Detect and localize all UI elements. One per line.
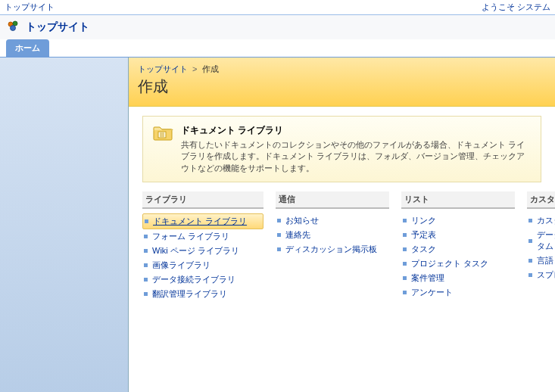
list-item[interactable]: 予定表: [401, 228, 515, 242]
bullet-icon: [403, 233, 407, 237]
link-calendar[interactable]: 予定表: [411, 229, 436, 241]
category-library: ライブラリ ドキュメント ライブラリ フォーム ライブラリ Wiki ページ ラ…: [142, 191, 263, 301]
bullet-icon: [403, 276, 407, 280]
list-item[interactable]: 翻訳管理ライブラリ: [142, 287, 263, 301]
category-list: リスト リンク 予定表 タスク プロジェクト タスク 案件管理 アンケート: [401, 191, 515, 301]
bullet-icon: [144, 292, 148, 296]
list-item[interactable]: カスタム: [527, 213, 555, 228]
site-title: トップサイト: [26, 20, 89, 34]
link-discussion-board[interactable]: ディスカッション掲示板: [285, 244, 377, 255]
welcome-text: ようこそ システム: [482, 2, 550, 13]
link-form-library[interactable]: フォーム ライブラリ: [152, 231, 229, 242]
bullet-icon: [403, 262, 407, 266]
category-communications-head: 通信: [276, 191, 389, 209]
link-wiki-page-library[interactable]: Wiki ページ ライブラリ: [152, 245, 239, 257]
category-communications: 通信 お知らせ 連絡先 ディスカッション掲示板: [276, 191, 389, 301]
infobox-body: 共有したいドキュメントのコレクションやその他のファイルがある場合、ドキュメント …: [181, 139, 532, 174]
link-tasks[interactable]: タスク: [411, 244, 436, 255]
bullet-icon: [528, 219, 532, 222]
category-custom-head: カスタム リ: [527, 191, 555, 209]
list-item[interactable]: お知らせ: [276, 213, 389, 228]
link-languages[interactable]: 言語と翻: [537, 255, 555, 266]
tab-home[interactable]: ホーム: [6, 39, 49, 57]
bullet-icon: [144, 235, 148, 238]
page-title: 作成: [138, 76, 546, 97]
top-site-link[interactable]: トップサイト: [5, 2, 55, 13]
list-item[interactable]: リンク: [401, 213, 515, 228]
folder-icon: [152, 135, 173, 144]
link-links[interactable]: リンク: [411, 215, 436, 226]
list-item[interactable]: Wiki ページ ライブラリ: [142, 244, 263, 258]
bullet-icon: [145, 219, 148, 223]
list-item[interactable]: スプレッド: [527, 268, 555, 282]
list-item[interactable]: ディスカッション掲示板: [276, 242, 389, 257]
svg-point-2: [11, 26, 16, 31]
category-list-head: リスト: [401, 191, 515, 209]
list-item[interactable]: 画像ライブラリ: [142, 258, 263, 272]
link-project-tasks[interactable]: プロジェクト タスク: [411, 258, 488, 269]
list-item[interactable]: 案件管理: [401, 271, 515, 285]
list-item[interactable]: プロジェクト タスク: [401, 257, 515, 271]
site-logo-icon: [6, 20, 21, 35]
breadcrumb-site-link[interactable]: トップサイト: [138, 64, 188, 73]
bullet-icon: [144, 249, 148, 253]
bullet-icon: [277, 247, 281, 251]
bullet-icon: [144, 278, 148, 282]
category-custom: カスタム リ カスタム データシ タム リス 言語と翻 スプレッド: [527, 191, 555, 301]
left-nav: [0, 58, 129, 392]
list-item[interactable]: ドキュメント ライブラリ: [142, 213, 263, 229]
list-item[interactable]: データ接続ライブラリ: [142, 272, 263, 287]
list-item[interactable]: 言語と翻: [527, 254, 555, 268]
list-item[interactable]: 連絡先: [276, 228, 389, 242]
link-translation-library[interactable]: 翻訳管理ライブラリ: [152, 288, 227, 300]
bullet-icon: [528, 239, 532, 243]
link-issue-tracking[interactable]: 案件管理: [411, 272, 444, 284]
bullet-icon: [528, 259, 532, 263]
list-item[interactable]: データシ タム リス: [527, 228, 555, 254]
link-datasheet-line2: タム リス: [537, 241, 555, 250]
bullet-icon: [403, 247, 407, 251]
breadcrumb-separator: >: [192, 64, 197, 73]
bullet-icon: [403, 291, 407, 294]
link-custom-list[interactable]: カスタム: [537, 215, 555, 226]
list-item[interactable]: フォーム ライブラリ: [142, 229, 263, 244]
bullet-icon: [403, 219, 407, 222]
infobox-heading: ドキュメント ライブラリ: [181, 124, 532, 137]
list-item[interactable]: アンケート: [401, 285, 515, 300]
list-item[interactable]: タスク: [401, 242, 515, 257]
bullet-icon: [277, 233, 281, 237]
bullet-icon: [277, 219, 281, 222]
breadcrumb: トップサイト > 作成: [138, 64, 546, 75]
link-spreadsheet[interactable]: スプレッド: [537, 269, 555, 281]
breadcrumb-current: 作成: [202, 64, 219, 73]
link-picture-library[interactable]: 画像ライブラリ: [152, 260, 210, 271]
link-survey[interactable]: アンケート: [411, 287, 453, 298]
category-library-head: ライブラリ: [142, 191, 263, 209]
link-contacts[interactable]: 連絡先: [285, 229, 310, 241]
svg-point-1: [13, 21, 17, 26]
info-box: ドキュメント ライブラリ 共有したいドキュメントのコレクションやその他のファイル…: [142, 116, 541, 182]
link-document-library[interactable]: ドキュメント ライブラリ: [153, 216, 247, 227]
link-announcements[interactable]: お知らせ: [285, 215, 319, 226]
bullet-icon: [528, 273, 532, 277]
bullet-icon: [144, 263, 148, 267]
link-data-connection-library[interactable]: データ接続ライブラリ: [152, 274, 235, 285]
link-datasheet[interactable]: データシ: [537, 230, 555, 239]
